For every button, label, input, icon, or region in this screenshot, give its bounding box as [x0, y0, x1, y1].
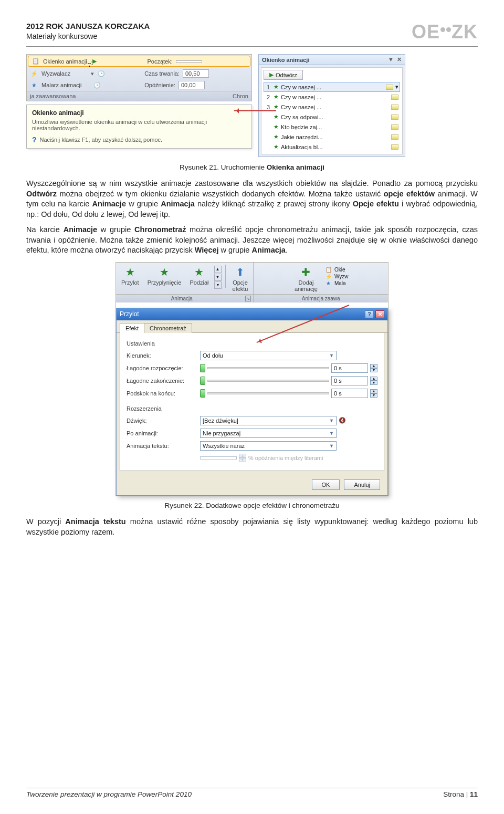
- chevron-down-icon: ▼: [329, 443, 334, 448]
- anim-list-item[interactable]: ★ Kto będzie zaj...: [264, 122, 400, 132]
- document-header: 2012 ROK JANUSZA KORCZAKA Materiały konk…: [26, 21, 150, 41]
- sound-combo[interactable]: [Bez dźwięku] ▼: [200, 416, 337, 425]
- paragraph-3: W pozycji Animacja tekstu można ustawić …: [26, 517, 478, 537]
- chevron-down-icon: ▼: [329, 353, 334, 358]
- extensions-heading: Rozszerzenia: [127, 405, 377, 412]
- footer-page: Strona | 11: [443, 790, 478, 798]
- effect-podzial[interactable]: ★ Podział: [186, 265, 212, 292]
- figure-2-caption: Rysunek 22. Dodatkowe opcje efektów i ch…: [26, 502, 478, 509]
- spinner[interactable]: ▲▼: [370, 377, 377, 385]
- gallery-scroll[interactable]: ▲ ▼ ▾: [214, 266, 222, 291]
- plus-icon: ✚: [301, 266, 310, 278]
- clock-red-icon: 🕒: [93, 82, 101, 89]
- tab-chronometraz[interactable]: Chronometraż: [144, 323, 192, 333]
- slider[interactable]: [200, 364, 205, 372]
- super-tooltip: Okienko animacji Umożliwia wyświetlenie …: [26, 105, 252, 149]
- star-green-icon: ★: [194, 266, 204, 278]
- timing-bar: [391, 114, 398, 120]
- smooth-start-label: Łagodne rozpoczęcie:: [127, 365, 195, 371]
- direction-combo[interactable]: Od dołu ▼: [200, 351, 337, 360]
- chevron-down-icon[interactable]: ▼: [388, 56, 394, 63]
- close-button[interactable]: ✕: [375, 310, 384, 318]
- dialog-launcher-icon[interactable]: ↘: [245, 296, 251, 301]
- chevron-down-icon: ▾: [91, 70, 94, 77]
- animation-pane: Okienko animacji ▼ ✕ ▶ Odtwórz 1 ★ Czy w…: [258, 54, 405, 157]
- play-button[interactable]: ▶ Odtwórz: [264, 70, 303, 80]
- pane-icon: 📋: [32, 58, 40, 65]
- help-icon: ?: [32, 135, 37, 144]
- direction-label: Kierunek:: [127, 352, 195, 359]
- paragraph-1: Wyszczególnione są w nim wszystkie anima…: [26, 179, 478, 220]
- spinner[interactable]: ▲▼: [370, 389, 377, 398]
- trigger-button[interactable]: Wyzwalacz: [41, 70, 90, 77]
- anim-list-item[interactable]: ★ Czy są odpowi...: [264, 112, 400, 122]
- entrance-icon: ★: [274, 103, 279, 110]
- anim-text-label: Animacja tekstu:: [127, 443, 195, 449]
- delay-label: Opóźnienie:: [104, 82, 175, 88]
- effect-przylot[interactable]: ★ Przylot: [118, 265, 142, 292]
- star-icon: ★: [30, 82, 38, 89]
- add-animation-button[interactable]: ✚ Dodaj animację: [291, 265, 321, 292]
- entrance-icon: ★: [274, 93, 279, 100]
- duration-input[interactable]: 00,50: [183, 69, 209, 78]
- page-footer: Tworzenie prezentacji w programie PowerP…: [26, 784, 478, 798]
- clock-icon: 🕒: [97, 70, 106, 77]
- entrance-icon: ★: [274, 84, 279, 90]
- tab-efekt[interactable]: Efekt: [120, 323, 144, 333]
- duration-label: Czas trwania:: [109, 70, 180, 77]
- painter-button[interactable]: Malarz animacji: [41, 82, 90, 88]
- painter-shortcut[interactable]: ★Mala: [325, 280, 349, 286]
- sound-label: Dźwięk:: [127, 418, 195, 424]
- chevron-down-icon[interactable]: ▾: [395, 84, 398, 90]
- settings-heading: Ustawienia: [127, 340, 377, 347]
- anim-list-item[interactable]: ★ Jakie narzędzi...: [264, 132, 400, 142]
- effect-dialog: Przylot ? ✕ Efekt Chronometraż Ustawieni…: [116, 308, 388, 496]
- slider[interactable]: [200, 377, 205, 385]
- entrance-icon: ★: [274, 113, 279, 120]
- anim-text-combo[interactable]: Wszystkie naraz ▼: [200, 441, 337, 451]
- doc-subtitle: Materiały konkursowe: [26, 32, 150, 41]
- anim-list-item[interactable]: ★ Aktualizacja bl...: [264, 142, 400, 152]
- smooth-start-input[interactable]: 0 s: [331, 363, 368, 373]
- bolt-icon: ⚡: [30, 70, 38, 77]
- anim-list-item[interactable]: 3 ★ Czy w naszej ...: [264, 102, 400, 112]
- trigger-shortcut[interactable]: ⚡Wyzw: [325, 274, 349, 279]
- spinner[interactable]: ▲▼: [370, 364, 377, 372]
- bounce-end-input[interactable]: 0 s: [331, 389, 368, 398]
- cancel-button[interactable]: Anuluj: [344, 479, 380, 490]
- effect-options-button[interactable]: ⬆ Opcje efektu: [229, 265, 251, 292]
- bounce-end-label: Podskok na końcu:: [127, 390, 195, 396]
- close-icon[interactable]: ✕: [397, 56, 402, 63]
- timing-bar: [386, 85, 393, 90]
- entrance-icon: ★: [274, 143, 279, 150]
- anim-list-item[interactable]: 1 ★ Czy w naszej ... ▾: [264, 82, 400, 92]
- footer-left: Tworzenie prezentacji w programie PowerP…: [26, 790, 192, 798]
- start-input[interactable]: [176, 60, 202, 62]
- effect-przyplyniecie[interactable]: ★ Przypłynięcie: [144, 265, 185, 292]
- paragraph-2: Na karcie Animacje w grupie Chronometraż…: [26, 225, 478, 256]
- delay-input[interactable]: 00,00: [178, 81, 205, 89]
- chevron-down-icon: ▼: [329, 418, 334, 423]
- slider[interactable]: [200, 389, 205, 398]
- timing-bar: [391, 144, 398, 150]
- ribbon-screenshot: 📋 Okienko animacji ▶ Początek: ⚡ Wyzwala…: [26, 54, 252, 101]
- arrow-annotation: [234, 110, 276, 111]
- tooltip-title: Okienko animacji: [32, 109, 246, 117]
- anim-list-item[interactable]: 2 ★ Czy w naszej ...: [264, 92, 400, 102]
- help-button[interactable]: ?: [365, 310, 374, 318]
- anim-pane-shortcut[interactable]: 📋Okie: [325, 267, 349, 273]
- entrance-icon: ★: [274, 123, 279, 130]
- letter-delay-label: % opóźnienia między literami: [248, 455, 323, 461]
- group-advanced-label: ja zaawansowana: [30, 93, 76, 99]
- smooth-end-input[interactable]: 0 s: [331, 376, 368, 385]
- after-anim-combo[interactable]: Nie przygaszaj ▼: [200, 429, 337, 438]
- star-green-icon: ★: [160, 266, 169, 278]
- ok-button[interactable]: OK: [312, 479, 340, 490]
- timing-bar: [391, 95, 398, 100]
- group-timing-label: Chron: [233, 93, 248, 99]
- anim-pane-button[interactable]: Okienko animacji: [43, 58, 87, 65]
- group-animacja-label: Animacja: [118, 296, 245, 301]
- figure-2: ★ Przylot ★ Przypłynięcie ★ Podział ▲: [116, 262, 388, 496]
- tooltip-body: Umożliwia wyświetlenie okienka animacji …: [32, 119, 246, 131]
- tooltip-help-text: Naciśnij klawisz F1, aby uzyskać dalszą …: [40, 137, 163, 143]
